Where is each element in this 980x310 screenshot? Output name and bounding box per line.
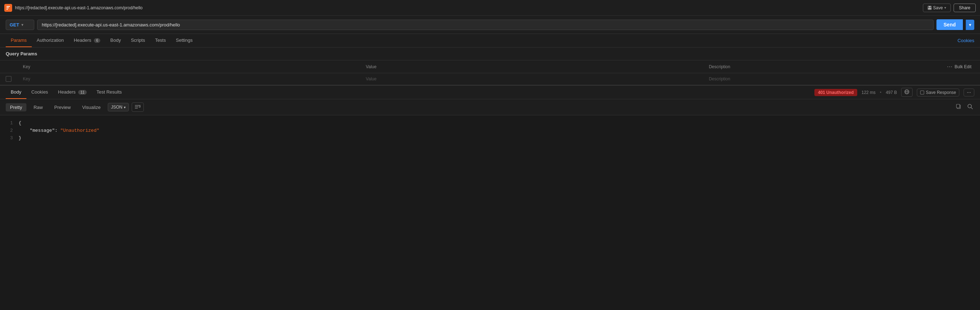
globe-icon xyxy=(904,89,909,94)
share-button[interactable]: Share xyxy=(954,3,976,12)
response-tab-test-results[interactable]: Test Results xyxy=(92,86,127,99)
code-text: "message": "Unauthorized" xyxy=(19,127,99,135)
col-header-value: Value xyxy=(360,60,703,73)
code-text: } xyxy=(19,135,21,142)
key-placeholder: Key xyxy=(23,77,30,81)
search-icon xyxy=(967,104,973,109)
body-toolbar-left: Pretty Raw Preview Visualize JSON ▾ xyxy=(6,102,144,112)
title-bar: https://[redacted].execute-api.us-east-1… xyxy=(0,0,980,16)
format-raw-button[interactable]: Raw xyxy=(29,103,47,112)
response-tabs: Body Cookies Headers 11 Test Results xyxy=(6,86,127,99)
svg-rect-2 xyxy=(6,8,9,8)
format-preview-button[interactable]: Preview xyxy=(50,103,75,112)
format-chevron-icon: ▾ xyxy=(124,105,126,109)
response-tab-headers[interactable]: Headers 11 xyxy=(53,86,92,99)
code-text: { xyxy=(19,120,21,127)
method-chevron-icon: ▾ xyxy=(21,23,23,27)
tab-tests[interactable]: Tests xyxy=(150,34,170,47)
col-header-checkbox xyxy=(0,60,17,73)
col-header-key: Key xyxy=(17,60,360,73)
copy-icon xyxy=(956,104,961,109)
svg-rect-10 xyxy=(920,91,924,94)
tab-settings[interactable]: Settings xyxy=(171,34,198,47)
request-tabs: Params Authorization Headers 6 Body Scri… xyxy=(6,34,198,47)
save-chevron-icon: ▾ xyxy=(944,6,946,10)
body-toolbar-right xyxy=(954,102,974,112)
response-size: 497 B xyxy=(886,90,897,95)
line-number: 2 xyxy=(6,127,13,135)
description-placeholder: Description xyxy=(709,77,730,81)
response-tab-cookies[interactable]: Cookies xyxy=(26,86,53,99)
tab-params[interactable]: Params xyxy=(6,34,32,47)
code-line-1: 1 { xyxy=(6,120,974,127)
format-visualize-button[interactable]: Visualize xyxy=(78,103,105,112)
code-line-3: 3 } xyxy=(6,135,974,142)
response-body-code: 1 { 2 "message": "Unauthorized" 3 } xyxy=(0,115,980,146)
wrap-button[interactable] xyxy=(132,102,144,112)
response-meta: 401 Unauthorized 122 ms • 497 B Save Res… xyxy=(815,88,974,97)
response-section: Body Cookies Headers 11 Test Results 401… xyxy=(0,85,980,146)
response-tab-body[interactable]: Body xyxy=(6,86,26,99)
method-select[interactable]: GET ▾ xyxy=(6,20,34,30)
table-row: Key Value Description xyxy=(0,73,980,85)
body-toolbar: Pretty Raw Preview Visualize JSON ▾ xyxy=(0,99,980,115)
wrap-icon xyxy=(135,105,141,109)
save-response-icon xyxy=(920,90,924,95)
title-url: https://[redacted].execute-api.us-east-1… xyxy=(15,5,143,10)
globe-button[interactable] xyxy=(901,88,913,97)
description-cell: Description xyxy=(703,73,980,85)
svg-line-17 xyxy=(971,107,972,109)
line-number: 1 xyxy=(6,120,13,127)
save-button[interactable]: Save ▾ xyxy=(923,3,951,12)
value-placeholder: Value xyxy=(366,77,377,81)
key-cell: Key xyxy=(17,73,360,85)
send-dropdown-button[interactable]: ▾ xyxy=(966,20,974,30)
request-tabs-row: Params Authorization Headers 6 Body Scri… xyxy=(0,34,980,48)
response-headers-badge: 11 xyxy=(78,90,86,95)
tab-scripts[interactable]: Scripts xyxy=(126,34,150,47)
response-tabs-bar: Body Cookies Headers 11 Test Results 401… xyxy=(0,86,980,99)
response-more-button[interactable]: ⋯ xyxy=(964,89,974,96)
code-line-2: 2 "message": "Unauthorized" xyxy=(6,127,974,135)
stat-separator-1: • xyxy=(880,89,881,95)
headers-badge: 6 xyxy=(94,38,100,43)
svg-rect-1 xyxy=(6,6,10,7)
svg-rect-15 xyxy=(956,104,960,108)
query-params-header: Query Params xyxy=(0,48,980,60)
tab-headers[interactable]: Headers 6 xyxy=(69,34,105,47)
col-header-description: Description ⋯ Bulk Edit xyxy=(703,60,980,73)
params-table: Key Value Description ⋯ Bulk Edit Key xyxy=(0,60,980,85)
svg-rect-6 xyxy=(928,8,931,9)
request-bar: GET ▾ Send ▾ xyxy=(0,16,980,34)
svg-rect-5 xyxy=(929,6,931,8)
send-button[interactable]: Send xyxy=(937,19,963,30)
save-icon xyxy=(928,6,932,10)
title-bar-actions: Save ▾ Share xyxy=(923,3,976,12)
svg-rect-3 xyxy=(6,9,8,10)
copy-button[interactable] xyxy=(954,102,963,112)
url-input[interactable] xyxy=(37,20,934,30)
save-response-button[interactable]: Save Response xyxy=(917,89,959,96)
tab-body[interactable]: Body xyxy=(105,34,126,47)
cookies-link[interactable]: Cookies xyxy=(958,34,974,47)
value-cell: Value xyxy=(360,73,703,85)
title-bar-left: https://[redacted].execute-api.us-east-1… xyxy=(4,4,143,12)
row-checkbox[interactable] xyxy=(6,76,11,82)
app-icon xyxy=(4,4,12,12)
status-badge: 401 Unauthorized xyxy=(815,89,857,96)
search-button[interactable] xyxy=(966,102,974,112)
format-select[interactable]: JSON ▾ xyxy=(108,103,129,112)
bulk-edit-dots-icon: ⋯ xyxy=(947,63,953,70)
method-label: GET xyxy=(10,22,19,27)
bulk-edit-area: ⋯ Bulk Edit xyxy=(947,63,974,70)
format-pretty-button[interactable]: Pretty xyxy=(6,103,26,112)
row-checkbox-cell xyxy=(0,73,17,85)
send-dropdown-icon: ▾ xyxy=(969,22,971,27)
line-number: 3 xyxy=(6,135,13,142)
bulk-edit-label[interactable]: Bulk Edit xyxy=(955,64,971,69)
tab-authorization[interactable]: Authorization xyxy=(32,34,69,47)
response-time: 122 ms xyxy=(862,90,875,95)
